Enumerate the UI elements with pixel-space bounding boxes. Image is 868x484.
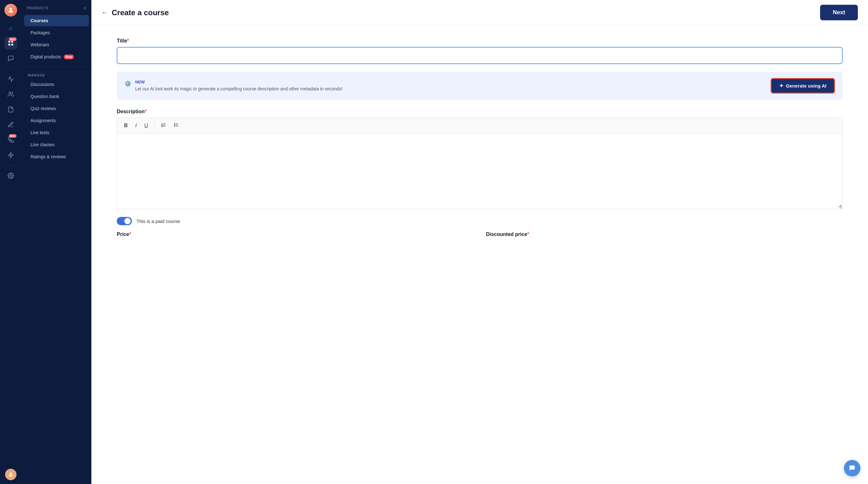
ai-banner: ⚙️ NEW Let our AI tool work its magic to… bbox=[117, 72, 843, 100]
editor-toolbar: B I U bbox=[117, 118, 843, 133]
resize-handle: ◢ bbox=[838, 203, 841, 208]
nav-courses-icon[interactable]: New bbox=[4, 37, 17, 50]
gear-icon: ⚙️ bbox=[124, 80, 131, 87]
nav-analytics-icon[interactable] bbox=[4, 73, 17, 85]
nav-broadcast-icon[interactable]: New bbox=[4, 133, 17, 146]
icon-sidebar: ⌂ New New bbox=[0, 0, 22, 484]
description-section: Description* B I U ◢ bbox=[117, 109, 843, 209]
sidebar-item-discussions-label: Discussions bbox=[30, 82, 54, 87]
svg-point-7 bbox=[10, 175, 12, 177]
price-label: Price* bbox=[117, 231, 473, 237]
nav-chat-icon[interactable] bbox=[4, 52, 17, 65]
title-label: Title* bbox=[117, 38, 843, 44]
form-area: Title* ⚙️ NEW Let our AI tool work its m… bbox=[91, 25, 868, 484]
nav-lightning-icon[interactable] bbox=[4, 149, 17, 161]
title-input[interactable] bbox=[117, 47, 843, 64]
collapse-button[interactable]: « bbox=[84, 5, 86, 11]
sidebar-item-question-bank-label: Question bank bbox=[30, 94, 59, 99]
sidebar-item-discussions[interactable]: Discussions bbox=[24, 79, 89, 90]
svg-rect-12 bbox=[161, 125, 162, 126]
next-button[interactable]: Next bbox=[820, 5, 858, 20]
sidebar-item-assignments-label: Assignments bbox=[30, 118, 56, 123]
sparkle-icon: ✦ bbox=[779, 83, 783, 89]
ai-banner-content: ⚙️ NEW Let our AI tool work its magic to… bbox=[124, 79, 343, 92]
sidebar-item-live-classes-label: Live classes bbox=[30, 142, 55, 147]
sidebar-item-live-tests[interactable]: Live tests bbox=[24, 127, 89, 138]
main-content: ← Create a course Next Title* ⚙️ NEW Let… bbox=[91, 0, 868, 484]
top-bar: ← Create a course Next bbox=[91, 0, 868, 25]
svg-marker-6 bbox=[8, 153, 13, 158]
ai-banner-text-block: NEW Let our AI tool work its magic to ge… bbox=[135, 79, 343, 92]
manage-section-label: MANAGE bbox=[22, 71, 91, 78]
svg-rect-3 bbox=[8, 44, 10, 46]
ai-new-label: NEW bbox=[135, 79, 343, 84]
description-label: Description* bbox=[117, 109, 843, 115]
underline-button[interactable]: U bbox=[142, 122, 151, 130]
sidebar-item-courses-label: Courses bbox=[30, 18, 48, 23]
sidebar-item-digital-products[interactable]: Digital products New bbox=[24, 51, 89, 63]
page-title: Create a course bbox=[112, 8, 169, 17]
discounted-price-field: Discounted price* bbox=[486, 231, 843, 238]
ai-description: Let our AI tool work its magic to genera… bbox=[135, 86, 343, 92]
sidebar-item-quiz-reviews-label: Quiz reviews bbox=[30, 106, 56, 111]
top-bar-left: ← Create a course bbox=[101, 8, 169, 17]
nav-document-icon[interactable] bbox=[4, 103, 17, 116]
user-section bbox=[5, 469, 17, 480]
svg-point-0 bbox=[9, 8, 12, 10]
svg-rect-1 bbox=[8, 41, 10, 43]
sidebar-item-assignments[interactable]: Assignments bbox=[24, 115, 89, 126]
sidebar-item-live-classes[interactable]: Live classes bbox=[24, 139, 89, 150]
svg-point-16 bbox=[174, 123, 175, 124]
nav-settings-icon[interactable] bbox=[4, 169, 17, 182]
italic-button[interactable]: I bbox=[133, 122, 139, 130]
svg-point-17 bbox=[174, 125, 175, 125]
toggle-knob bbox=[124, 218, 131, 224]
price-field: Price* bbox=[117, 231, 473, 238]
svg-point-18 bbox=[174, 126, 175, 127]
description-editor[interactable]: ◢ bbox=[117, 133, 843, 209]
new-badge-broadcast: New bbox=[9, 134, 17, 138]
new-badge: New bbox=[9, 37, 17, 41]
svg-rect-4 bbox=[11, 44, 13, 46]
paid-course-label: This is a paid course bbox=[136, 219, 180, 224]
price-row: Price* Discounted price* bbox=[117, 231, 843, 238]
sidebar-item-live-tests-label: Live tests bbox=[30, 130, 49, 135]
user-avatar[interactable] bbox=[5, 469, 17, 480]
bold-button[interactable]: B bbox=[122, 122, 130, 130]
svg-point-5 bbox=[9, 92, 11, 94]
sidebar-item-packages[interactable]: Packages bbox=[24, 27, 89, 38]
sidebar-item-ratings-reviews-label: Ratings & reviews bbox=[30, 154, 66, 159]
app-logo bbox=[4, 4, 17, 17]
sidebar-item-quiz-reviews[interactable]: Quiz reviews bbox=[24, 103, 89, 114]
sidebar-divider-2 bbox=[6, 165, 16, 166]
nav-people-icon[interactable] bbox=[4, 88, 17, 101]
sidebar-item-ratings-reviews[interactable]: Ratings & reviews bbox=[24, 151, 89, 162]
digital-products-new-badge: New bbox=[64, 55, 74, 59]
nav-home-icon[interactable]: ⌂ bbox=[4, 22, 17, 34]
paid-course-toggle-row: This is a paid course bbox=[117, 217, 843, 225]
svg-point-8 bbox=[10, 473, 12, 475]
discounted-price-label: Discounted price* bbox=[486, 231, 843, 237]
sidebar-item-digital-products-label: Digital products bbox=[30, 54, 61, 59]
chat-button[interactable] bbox=[844, 460, 860, 476]
sidebar-item-webinars-label: Webinars bbox=[30, 42, 49, 47]
ordered-list-button[interactable] bbox=[159, 121, 169, 130]
back-button[interactable]: ← bbox=[101, 9, 108, 16]
nav-quiz-icon[interactable] bbox=[4, 118, 17, 131]
sidebar-item-packages-label: Packages bbox=[30, 30, 50, 35]
sidebar-divider bbox=[6, 68, 16, 69]
generate-ai-button[interactable]: ✦ Generate using AI bbox=[771, 78, 835, 94]
sidebar-item-courses[interactable]: Courses bbox=[24, 15, 89, 26]
sidebar-item-question-bank[interactable]: Question bank bbox=[24, 91, 89, 102]
paid-course-toggle[interactable] bbox=[117, 217, 132, 225]
svg-rect-2 bbox=[11, 41, 13, 43]
sidebar-item-webinars[interactable]: Webinars bbox=[24, 39, 89, 51]
unordered-list-button[interactable] bbox=[171, 121, 182, 130]
left-sidebar: PRODUCTS « Courses Packages Webinars Dig… bbox=[22, 0, 91, 484]
products-section-label: PRODUCTS bbox=[27, 6, 49, 10]
